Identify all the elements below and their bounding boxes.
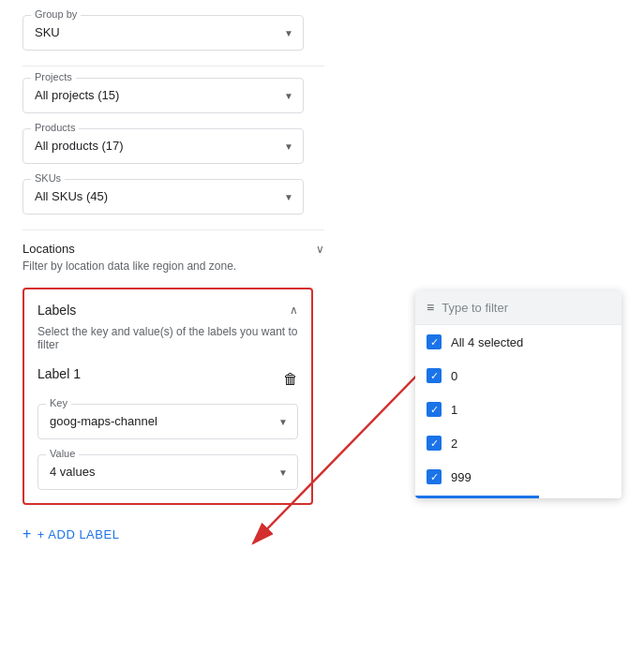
dropdown-panel: ≡ Type to filter ✓ All 4 selected ✓ 0 ✓ … xyxy=(415,290,622,498)
checkbox-999[interactable]: ✓ xyxy=(427,469,442,484)
label-value-arrow-icon: ▼ xyxy=(278,467,288,478)
skus-arrow-icon: ▼ xyxy=(284,192,293,202)
checkbox-1[interactable]: ✓ xyxy=(427,402,442,417)
locations-desc: Filter by location data like region and … xyxy=(22,259,324,273)
dropdown-item-1[interactable]: ✓ 1 xyxy=(415,393,622,426)
skus-label: SKUs xyxy=(31,172,65,184)
skus-select[interactable]: SKUs All SKUs (45) ▼ xyxy=(22,179,304,215)
projects-arrow-icon: ▼ xyxy=(284,91,293,101)
products-value: All products (17) xyxy=(35,137,292,156)
label-key-label: Key xyxy=(46,397,71,408)
dropdown-item-999[interactable]: ✓ 999 xyxy=(415,460,622,494)
dropdown-item-2-label: 2 xyxy=(451,437,457,451)
add-label-button[interactable]: + + ADD LABEL xyxy=(22,520,119,548)
add-label-plus-icon: + xyxy=(22,526,32,542)
locations-chevron-icon[interactable]: ∨ xyxy=(316,243,324,256)
label1-title: Label 1 xyxy=(37,366,81,381)
checkbox-2[interactable]: ✓ xyxy=(427,436,442,451)
projects-label: Projects xyxy=(31,71,76,82)
dropdown-item-all[interactable]: ✓ All 4 selected xyxy=(415,325,622,359)
dropdown-scrollbar xyxy=(415,496,539,498)
projects-value: All projects (15) xyxy=(35,86,292,105)
label-value-label: Value xyxy=(46,448,79,459)
groupby-label: Group by xyxy=(31,8,81,20)
dropdown-item-2[interactable]: ✓ 2 xyxy=(415,426,622,460)
label-key-arrow-icon: ▼ xyxy=(278,417,288,427)
labels-header: Labels ∧ xyxy=(37,303,298,318)
products-arrow-icon: ▼ xyxy=(284,141,293,152)
dropdown-filter-bar[interactable]: ≡ Type to filter xyxy=(415,290,622,325)
labels-chevron-icon[interactable]: ∧ xyxy=(290,304,298,317)
filter-placeholder-text: Type to filter xyxy=(442,301,508,315)
label-value-value: 4 values xyxy=(50,463,286,482)
label-key-select[interactable]: Key goog-maps-channel ▼ xyxy=(37,404,298,439)
groupby-arrow-icon: ▼ xyxy=(284,28,293,38)
label1-header: Label 1 🗑 xyxy=(37,366,298,393)
dropdown-item-0[interactable]: ✓ 0 xyxy=(415,359,622,393)
checkbox-all[interactable]: ✓ xyxy=(427,334,442,349)
products-select[interactable]: Products All products (17) ▼ xyxy=(22,128,304,164)
labels-title: Labels xyxy=(37,303,76,318)
label-value-select[interactable]: Value 4 values ▼ xyxy=(37,454,298,490)
dropdown-item-all-label: All 4 selected xyxy=(451,335,523,349)
labels-section: Labels ∧ Select the key and value(s) of … xyxy=(22,288,313,505)
skus-value: All SKUs (45) xyxy=(35,187,292,206)
groupby-value: SKU xyxy=(35,23,292,42)
filter-lines-icon: ≡ xyxy=(427,300,434,315)
dropdown-item-0-label: 0 xyxy=(451,369,457,383)
projects-select[interactable]: Projects All projects (15) ▼ xyxy=(22,78,304,113)
delete-label-icon[interactable]: 🗑 xyxy=(283,371,298,388)
label-key-value: goog-maps-channel xyxy=(50,412,286,431)
dropdown-item-999-label: 999 xyxy=(451,470,472,484)
products-label: Products xyxy=(31,122,79,133)
labels-desc: Select the key and value(s) of the label… xyxy=(37,325,298,351)
dropdown-item-1-label: 1 xyxy=(451,403,457,417)
checkbox-0[interactable]: ✓ xyxy=(427,368,442,383)
add-label-text: + ADD LABEL xyxy=(37,527,120,541)
locations-title: Locations xyxy=(22,242,75,256)
groupby-select[interactable]: Group by SKU ▼ xyxy=(22,15,304,51)
locations-header: Locations ∨ xyxy=(22,242,324,256)
